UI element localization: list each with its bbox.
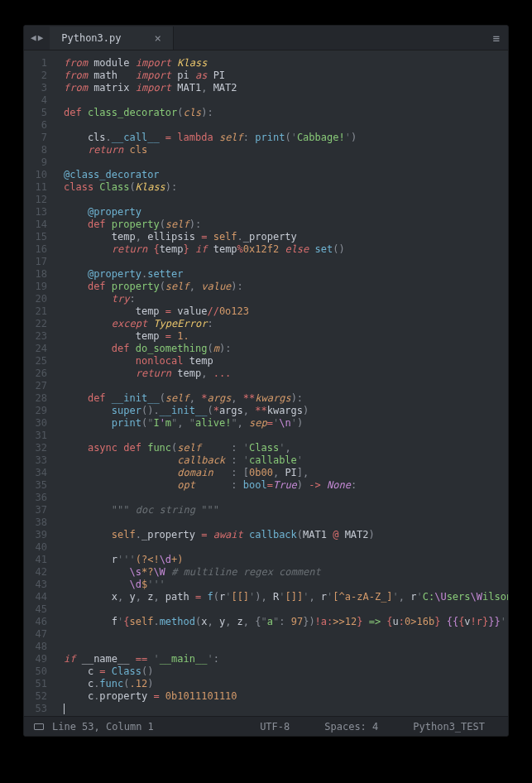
tab-bar: ◀ ▶ Python3.py × ≡ (24, 26, 508, 50)
line-gutter: 1234567891011121314151617181920212223242… (24, 50, 55, 716)
nav-forward-icon[interactable]: ▶ (38, 32, 44, 43)
editor-window: ◀ ▶ Python3.py × ≡ 123456789101112131415… (23, 25, 509, 737)
syntax-mode[interactable]: Python3_TEST (400, 721, 498, 733)
close-icon[interactable]: × (155, 31, 161, 45)
menu-icon[interactable]: ≡ (485, 31, 508, 45)
tab-title: Python3.py (61, 32, 121, 44)
code-content[interactable]: from module import Klassfrom math import… (55, 50, 508, 716)
panel-icon[interactable] (34, 723, 44, 730)
code-area[interactable]: 1234567891011121314151617181920212223242… (24, 50, 508, 716)
cursor-position[interactable]: Line 53, Column 1 (52, 721, 154, 733)
encoding[interactable]: UTF-8 (247, 721, 303, 733)
status-bar: Line 53, Column 1 UTF-8 Spaces: 4 Python… (24, 716, 508, 736)
indentation[interactable]: Spaces: 4 (311, 721, 391, 733)
nav-back-icon[interactable]: ◀ (31, 32, 36, 43)
file-tab[interactable]: Python3.py × (50, 26, 174, 50)
nav-arrows: ◀ ▶ (24, 32, 50, 43)
